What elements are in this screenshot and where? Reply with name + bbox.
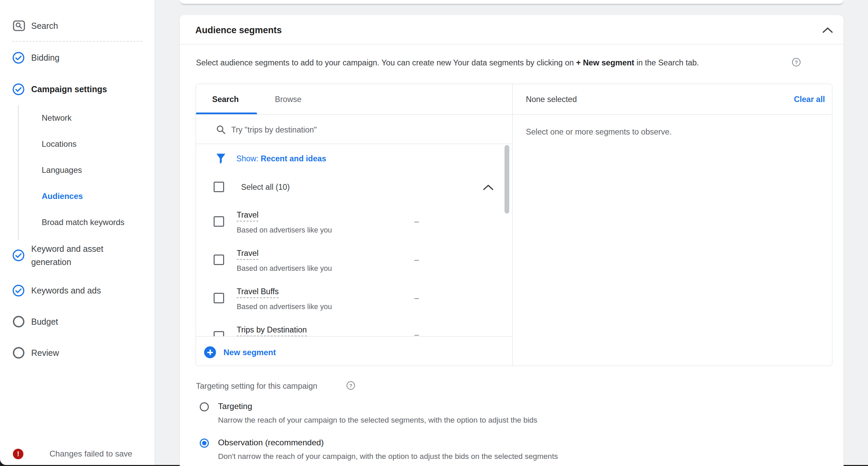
page: Search Bidding Campaign settings Network… — [0, 0, 868, 466]
save-status-message: Changes failed to save — [50, 449, 132, 459]
sidebar-divider — [13, 41, 142, 42]
sidebar-item-keywords-and-ads[interactable]: Keywords and ads — [31, 286, 101, 296]
segment-name[interactable]: Travel — [237, 249, 258, 260]
card-title: Audience segments — [195, 25, 282, 36]
segment-description: Based on advertisers like you — [237, 264, 332, 273]
plus-circle-icon[interactable] — [204, 346, 216, 358]
tab-search[interactable]: Search — [212, 95, 239, 104]
segment-list: Show: Recent and ideas Select all (10) T… — [196, 144, 512, 336]
sidebar-item-bidding[interactable]: Bidding — [31, 53, 59, 63]
segment-description: Based on advertisers like you — [237, 226, 332, 235]
funnel-filter-icon — [216, 153, 226, 164]
targeting-option-label[interactable]: Targeting — [218, 402, 252, 411]
collapse-section-chevron-up-icon[interactable] — [822, 27, 833, 34]
segment-search-input[interactable] — [231, 122, 469, 138]
segment-name[interactable]: Travel — [237, 210, 258, 222]
empty-circle-icon — [13, 347, 24, 359]
segment-value: – — [414, 255, 419, 264]
description-text: Select audience segments to add to your … — [196, 58, 576, 67]
segment-checkbox[interactable] — [214, 293, 224, 303]
clear-all-button[interactable]: Clear all — [794, 95, 825, 104]
show-filter-value: Recent and ideas — [261, 154, 326, 163]
segment-checkbox[interactable] — [214, 331, 224, 336]
targeting-radio[interactable] — [200, 402, 209, 411]
sidebar-subitem-locations[interactable]: Locations — [42, 139, 77, 149]
segment-name[interactable]: Travel Buffs — [237, 287, 279, 298]
tabs-bottom-border — [196, 114, 832, 115]
section-description: Select audience segments to add to your … — [196, 58, 699, 67]
select-all-label: Select all (10) — [241, 183, 290, 192]
selected-panel-empty-message: Select one or more segments to observe. — [526, 127, 672, 137]
previous-card-bottom-edge — [180, 0, 844, 4]
empty-circle-icon — [13, 316, 24, 327]
collapse-list-chevron-up-icon[interactable] — [483, 184, 494, 190]
targeting-setting-label: Targeting setting for this campaign — [196, 382, 317, 391]
check-circle-icon — [12, 284, 25, 297]
picker-panel-divider — [512, 84, 513, 366]
observation-option-label[interactable]: Observation (recommended) — [218, 438, 324, 447]
sidebar-subitem-network[interactable]: Network — [42, 113, 72, 123]
substep-connector-line — [18, 105, 19, 240]
description-text-end: in the Search tab. — [634, 58, 699, 67]
segment-checkbox[interactable] — [214, 255, 224, 265]
targeting-option-description: Narrow the reach of your campaign to the… — [218, 416, 537, 425]
card-header-divider — [180, 44, 844, 44]
segment-value: – — [414, 217, 419, 226]
tab-browse[interactable]: Browse — [275, 95, 301, 104]
segment-value: – — [414, 293, 419, 303]
search-box-icon — [13, 20, 25, 32]
help-question-circle-icon[interactable]: ? — [792, 58, 801, 66]
show-filter-prefix: Show: — [236, 154, 261, 163]
observation-radio-selected[interactable] — [200, 439, 209, 448]
new-segment-button[interactable]: New segment — [223, 348, 276, 357]
description-bold-new-segment: + New segment — [576, 58, 634, 67]
check-circle-icon — [12, 249, 25, 262]
sidebar-item-campaign-settings[interactable]: Campaign settings — [31, 84, 107, 94]
help-question-circle-icon[interactable]: ? — [347, 381, 355, 390]
segment-name[interactable]: Trips by Destination — [237, 325, 307, 337]
error-exclamation-icon: ! — [13, 449, 23, 459]
sidebar-item-budget[interactable]: Budget — [31, 317, 58, 327]
check-circle-icon — [12, 52, 25, 64]
segment-value: – — [414, 330, 419, 336]
sidebar-item-review[interactable]: Review — [31, 348, 59, 358]
segment-description: Based on advertisers like you — [237, 303, 332, 311]
sidebar-item-search[interactable]: Search — [31, 21, 58, 31]
select-all-checkbox[interactable] — [214, 182, 224, 192]
check-circle-icon — [12, 83, 25, 96]
sidebar-subitem-broad-match-keywords[interactable]: Broad match keywords — [42, 218, 124, 227]
magnifier-icon — [216, 125, 226, 135]
segment-checkbox[interactable] — [214, 216, 224, 227]
sidebar-subitem-languages[interactable]: Languages — [42, 165, 82, 175]
observation-option-description: Don't narrow the reach of your campaign,… — [218, 452, 558, 461]
list-bottom-border — [196, 336, 512, 337]
selected-panel-title: None selected — [526, 95, 577, 104]
sidebar-item-keyword-asset-generation[interactable]: Keyword and asset generation — [31, 242, 126, 269]
list-scrollbar-thumb[interactable] — [505, 145, 509, 214]
show-filter-control[interactable]: Show: Recent and ideas — [236, 154, 326, 163]
campaign-steps-sidebar: Search Bidding Campaign settings Network… — [0, 0, 155, 465]
sidebar-subitem-audiences-active[interactable]: Audiences — [42, 191, 83, 201]
